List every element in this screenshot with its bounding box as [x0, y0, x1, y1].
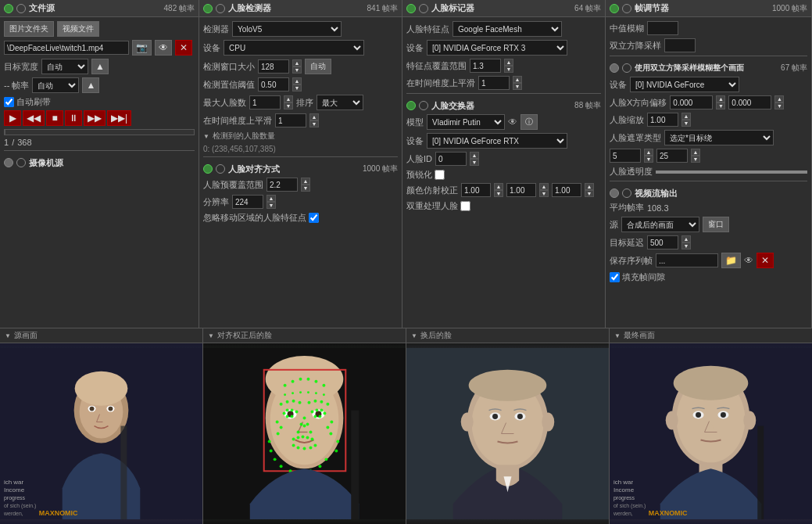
- cy-up[interactable]: ▲: [539, 183, 549, 190]
- bilateral-input[interactable]: [664, 38, 696, 52]
- coverage-up[interactable]: ▲: [301, 178, 310, 185]
- stream-source-select[interactable]: 合成后的画面: [621, 217, 699, 232]
- face-id-input[interactable]: [435, 152, 467, 166]
- marker-smooth-up[interactable]: ▲: [513, 76, 522, 83]
- cx-down[interactable]: ▼: [494, 190, 503, 197]
- xs-up[interactable]: ▲: [716, 95, 725, 102]
- xs-down[interactable]: ▼: [716, 102, 725, 109]
- cy-down[interactable]: ▼: [539, 190, 549, 197]
- close-source-btn[interactable]: ✕: [175, 40, 192, 56]
- blur-down[interactable]: ▼: [691, 156, 700, 163]
- marker-power[interactable]: [406, 4, 416, 13]
- face-type-select[interactable]: 选定*目标绕: [664, 130, 774, 145]
- ys-down[interactable]: ▼: [774, 102, 784, 109]
- forward-btn[interactable]: ▶▶: [84, 110, 106, 126]
- bilinear-device-select[interactable]: [0] NVIDIA GeForce: [630, 77, 739, 92]
- detector-power[interactable]: [203, 4, 213, 13]
- model-select[interactable]: Vladimir Putin: [427, 114, 505, 130]
- target-width-select[interactable]: 自动: [41, 59, 88, 74]
- subsample-down[interactable]: ▼: [266, 202, 276, 209]
- fps-select[interactable]: 自动: [32, 77, 79, 93]
- ignore-moving-check[interactable]: [309, 213, 319, 223]
- max-faces-input[interactable]: [249, 95, 281, 109]
- window-size-input[interactable]: [258, 59, 289, 74]
- y-shift-input[interactable]: [728, 95, 771, 109]
- delay-down[interactable]: ▼: [681, 242, 691, 249]
- stop-btn[interactable]: ■: [46, 110, 63, 126]
- sort-select[interactable]: 最大: [317, 95, 363, 110]
- blur-up[interactable]: ▲: [691, 149, 700, 156]
- eye-icon[interactable]: 👁: [155, 40, 172, 56]
- landmark-select[interactable]: Google FaceMesh: [453, 21, 562, 37]
- camera-power[interactable]: [4, 158, 13, 167]
- blur-input[interactable]: [656, 149, 688, 163]
- rewind-btn[interactable]: ◀◀: [23, 110, 45, 126]
- scale-input[interactable]: [647, 113, 678, 127]
- feature-range-up[interactable]: ▲: [504, 59, 513, 66]
- opacity-slider[interactable]: [656, 170, 807, 174]
- window-size-down[interactable]: ▼: [292, 66, 302, 74]
- align-power[interactable]: [203, 164, 213, 174]
- max-faces-down[interactable]: ▼: [284, 102, 293, 109]
- face-id-up[interactable]: ▲: [470, 152, 479, 159]
- play-btn[interactable]: ▶: [4, 110, 21, 126]
- model-info-btn[interactable]: ⓘ: [520, 114, 538, 130]
- source-progress-bar[interactable]: [4, 129, 195, 135]
- smooth-down[interactable]: ▼: [309, 120, 319, 127]
- auto-reload-check[interactable]: [4, 97, 14, 107]
- double-process-check[interactable]: [460, 201, 470, 211]
- save-eye-btn[interactable]: 👁: [744, 255, 753, 266]
- cz-up[interactable]: ▲: [585, 183, 594, 190]
- smooth-input[interactable]: [275, 113, 306, 127]
- window-size-up[interactable]: ▲: [292, 59, 302, 66]
- color-z-input[interactable]: [552, 183, 581, 197]
- detector-device-select[interactable]: CPU: [224, 40, 364, 56]
- adjuster-power[interactable]: [610, 4, 619, 13]
- fill-check[interactable]: [610, 272, 620, 282]
- subsample-up[interactable]: ▲: [266, 195, 276, 202]
- fps-up[interactable]: ▲: [82, 77, 99, 93]
- color-y-input[interactable]: [506, 183, 536, 197]
- feature-range-input[interactable]: [470, 59, 501, 73]
- coverage-down[interactable]: ▼: [301, 185, 310, 192]
- file-path-input[interactable]: [4, 41, 129, 55]
- delay-up[interactable]: ▲: [681, 235, 691, 242]
- source-power-btn[interactable]: [4, 4, 13, 13]
- ys-up[interactable]: ▲: [774, 95, 784, 102]
- erode-up[interactable]: ▲: [644, 149, 653, 156]
- scale-down[interactable]: ▼: [681, 120, 691, 127]
- stream-power[interactable]: [610, 188, 619, 198]
- marker-smooth-down[interactable]: ▼: [513, 83, 522, 90]
- median-input[interactable]: [647, 21, 678, 35]
- window-btn[interactable]: 窗口: [703, 217, 729, 232]
- model-eye-btn[interactable]: 👁: [508, 117, 517, 127]
- feature-range-down[interactable]: ▼: [504, 66, 513, 73]
- cx-up[interactable]: ▲: [494, 183, 503, 190]
- swap-device-select[interactable]: [0] NVIDIA GeForce RTX: [427, 133, 567, 149]
- threshold-down[interactable]: ▼: [292, 84, 302, 92]
- color-x-input[interactable]: [461, 183, 491, 197]
- face-id-down[interactable]: ▼: [470, 159, 479, 166]
- faceswap-power[interactable]: [406, 101, 416, 110]
- save-close-btn[interactable]: ✕: [757, 253, 774, 268]
- target-width-up[interactable]: ▲: [91, 59, 109, 74]
- tab-image-folder[interactable]: 图片文件夹: [4, 21, 54, 37]
- pause-btn[interactable]: ⏸: [65, 110, 82, 126]
- forward2-btn[interactable]: ▶▶|: [107, 110, 131, 126]
- cz-down[interactable]: ▼: [585, 190, 594, 197]
- x-shift-input[interactable]: [670, 95, 713, 109]
- folder-btn[interactable]: 📁: [721, 253, 741, 268]
- erode-down[interactable]: ▼: [644, 156, 653, 163]
- smooth-up[interactable]: ▲: [309, 113, 319, 120]
- marker-device-select[interactable]: [0] NVIDIA GeForce RTX 3: [427, 40, 567, 56]
- threshold-up[interactable]: ▲: [292, 77, 302, 84]
- detector-select[interactable]: YoloV5: [232, 21, 342, 37]
- auto-btn[interactable]: 自动: [305, 59, 331, 74]
- camera-icon[interactable]: 📷: [132, 40, 152, 56]
- threshold-input[interactable]: [258, 77, 289, 92]
- subsample-input[interactable]: [232, 195, 263, 209]
- pre-sharpen-check[interactable]: [435, 170, 445, 180]
- delay-input[interactable]: [647, 235, 678, 249]
- bilinear-power[interactable]: [610, 63, 619, 73]
- scale-up[interactable]: ▲: [681, 113, 691, 120]
